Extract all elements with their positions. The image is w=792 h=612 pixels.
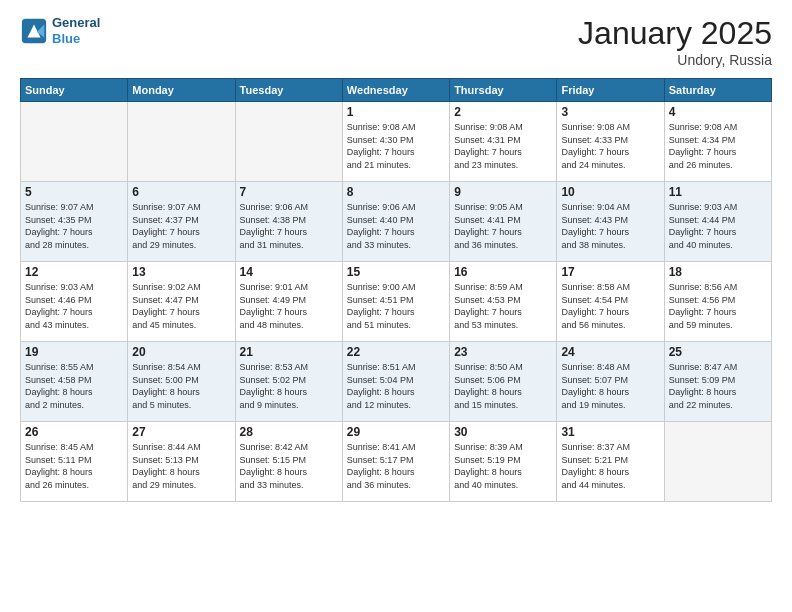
cell-content: Sunrise: 9:08 AMSunset: 4:30 PMDaylight:… [347,121,445,171]
cell-3-2: 21Sunrise: 8:53 AMSunset: 5:02 PMDayligh… [235,342,342,422]
page: General Blue January 2025 Undory, Russia… [0,0,792,612]
day-number: 25 [669,345,767,359]
cell-3-0: 19Sunrise: 8:55 AMSunset: 4:58 PMDayligh… [21,342,128,422]
cell-content: Sunrise: 8:53 AMSunset: 5:02 PMDaylight:… [240,361,338,411]
day-number: 19 [25,345,123,359]
cell-content: Sunrise: 9:08 AMSunset: 4:31 PMDaylight:… [454,121,552,171]
cell-2-4: 16Sunrise: 8:59 AMSunset: 4:53 PMDayligh… [450,262,557,342]
cell-content: Sunrise: 9:08 AMSunset: 4:33 PMDaylight:… [561,121,659,171]
day-number: 23 [454,345,552,359]
day-number: 3 [561,105,659,119]
week-row-1: 1Sunrise: 9:08 AMSunset: 4:30 PMDaylight… [21,102,772,182]
day-number: 14 [240,265,338,279]
cell-1-3: 8Sunrise: 9:06 AMSunset: 4:40 PMDaylight… [342,182,449,262]
cell-content: Sunrise: 9:08 AMSunset: 4:34 PMDaylight:… [669,121,767,171]
cell-2-5: 17Sunrise: 8:58 AMSunset: 4:54 PMDayligh… [557,262,664,342]
day-number: 13 [132,265,230,279]
cell-content: Sunrise: 8:42 AMSunset: 5:15 PMDaylight:… [240,441,338,491]
day-number: 6 [132,185,230,199]
day-number: 15 [347,265,445,279]
day-number: 1 [347,105,445,119]
cell-content: Sunrise: 8:59 AMSunset: 4:53 PMDaylight:… [454,281,552,331]
week-row-2: 5Sunrise: 9:07 AMSunset: 4:35 PMDaylight… [21,182,772,262]
header-thursday: Thursday [450,79,557,102]
cell-content: Sunrise: 8:50 AMSunset: 5:06 PMDaylight:… [454,361,552,411]
day-number: 28 [240,425,338,439]
day-number: 2 [454,105,552,119]
day-number: 18 [669,265,767,279]
day-number: 7 [240,185,338,199]
cell-content: Sunrise: 9:05 AMSunset: 4:41 PMDaylight:… [454,201,552,251]
weekday-header-row: Sunday Monday Tuesday Wednesday Thursday… [21,79,772,102]
day-number: 17 [561,265,659,279]
cell-0-3: 1Sunrise: 9:08 AMSunset: 4:30 PMDaylight… [342,102,449,182]
cell-content: Sunrise: 9:06 AMSunset: 4:38 PMDaylight:… [240,201,338,251]
cell-1-4: 9Sunrise: 9:05 AMSunset: 4:41 PMDaylight… [450,182,557,262]
cell-4-3: 29Sunrise: 8:41 AMSunset: 5:17 PMDayligh… [342,422,449,502]
cell-content: Sunrise: 9:03 AMSunset: 4:46 PMDaylight:… [25,281,123,331]
cell-0-6: 4Sunrise: 9:08 AMSunset: 4:34 PMDaylight… [664,102,771,182]
day-number: 29 [347,425,445,439]
day-number: 5 [25,185,123,199]
cell-content: Sunrise: 9:02 AMSunset: 4:47 PMDaylight:… [132,281,230,331]
day-number: 8 [347,185,445,199]
day-number: 21 [240,345,338,359]
header-friday: Friday [557,79,664,102]
month-title: January 2025 [578,15,772,52]
day-number: 16 [454,265,552,279]
day-number: 26 [25,425,123,439]
day-number: 27 [132,425,230,439]
cell-3-6: 25Sunrise: 8:47 AMSunset: 5:09 PMDayligh… [664,342,771,422]
cell-3-5: 24Sunrise: 8:48 AMSunset: 5:07 PMDayligh… [557,342,664,422]
cell-0-5: 3Sunrise: 9:08 AMSunset: 4:33 PMDaylight… [557,102,664,182]
cell-1-5: 10Sunrise: 9:04 AMSunset: 4:43 PMDayligh… [557,182,664,262]
day-number: 9 [454,185,552,199]
cell-content: Sunrise: 9:01 AMSunset: 4:49 PMDaylight:… [240,281,338,331]
header-sunday: Sunday [21,79,128,102]
cell-content: Sunrise: 9:07 AMSunset: 4:37 PMDaylight:… [132,201,230,251]
cell-content: Sunrise: 8:51 AMSunset: 5:04 PMDaylight:… [347,361,445,411]
cell-2-1: 13Sunrise: 9:02 AMSunset: 4:47 PMDayligh… [128,262,235,342]
header-wednesday: Wednesday [342,79,449,102]
cell-content: Sunrise: 8:41 AMSunset: 5:17 PMDaylight:… [347,441,445,491]
cell-content: Sunrise: 8:37 AMSunset: 5:21 PMDaylight:… [561,441,659,491]
cell-3-4: 23Sunrise: 8:50 AMSunset: 5:06 PMDayligh… [450,342,557,422]
location: Undory, Russia [578,52,772,68]
cell-content: Sunrise: 8:47 AMSunset: 5:09 PMDaylight:… [669,361,767,411]
day-number: 22 [347,345,445,359]
week-row-4: 19Sunrise: 8:55 AMSunset: 4:58 PMDayligh… [21,342,772,422]
week-row-3: 12Sunrise: 9:03 AMSunset: 4:46 PMDayligh… [21,262,772,342]
cell-3-1: 20Sunrise: 8:54 AMSunset: 5:00 PMDayligh… [128,342,235,422]
cell-2-3: 15Sunrise: 9:00 AMSunset: 4:51 PMDayligh… [342,262,449,342]
cell-3-3: 22Sunrise: 8:51 AMSunset: 5:04 PMDayligh… [342,342,449,422]
cell-4-0: 26Sunrise: 8:45 AMSunset: 5:11 PMDayligh… [21,422,128,502]
cell-content: Sunrise: 9:06 AMSunset: 4:40 PMDaylight:… [347,201,445,251]
cell-content: Sunrise: 8:39 AMSunset: 5:19 PMDaylight:… [454,441,552,491]
cell-0-2 [235,102,342,182]
cell-1-6: 11Sunrise: 9:03 AMSunset: 4:44 PMDayligh… [664,182,771,262]
cell-0-0 [21,102,128,182]
cell-content: Sunrise: 8:58 AMSunset: 4:54 PMDaylight:… [561,281,659,331]
day-number: 11 [669,185,767,199]
cell-1-1: 6Sunrise: 9:07 AMSunset: 4:37 PMDaylight… [128,182,235,262]
header-tuesday: Tuesday [235,79,342,102]
week-row-5: 26Sunrise: 8:45 AMSunset: 5:11 PMDayligh… [21,422,772,502]
cell-content: Sunrise: 8:44 AMSunset: 5:13 PMDaylight:… [132,441,230,491]
day-number: 30 [454,425,552,439]
day-number: 20 [132,345,230,359]
header-saturday: Saturday [664,79,771,102]
cell-content: Sunrise: 9:03 AMSunset: 4:44 PMDaylight:… [669,201,767,251]
cell-1-0: 5Sunrise: 9:07 AMSunset: 4:35 PMDaylight… [21,182,128,262]
logo: General Blue [20,15,100,46]
day-number: 24 [561,345,659,359]
cell-content: Sunrise: 9:00 AMSunset: 4:51 PMDaylight:… [347,281,445,331]
cell-2-2: 14Sunrise: 9:01 AMSunset: 4:49 PMDayligh… [235,262,342,342]
logo-icon [20,17,48,45]
cell-content: Sunrise: 8:55 AMSunset: 4:58 PMDaylight:… [25,361,123,411]
header: General Blue January 2025 Undory, Russia [20,15,772,68]
day-number: 4 [669,105,767,119]
cell-4-6 [664,422,771,502]
day-number: 31 [561,425,659,439]
cell-content: Sunrise: 8:56 AMSunset: 4:56 PMDaylight:… [669,281,767,331]
cell-4-4: 30Sunrise: 8:39 AMSunset: 5:19 PMDayligh… [450,422,557,502]
